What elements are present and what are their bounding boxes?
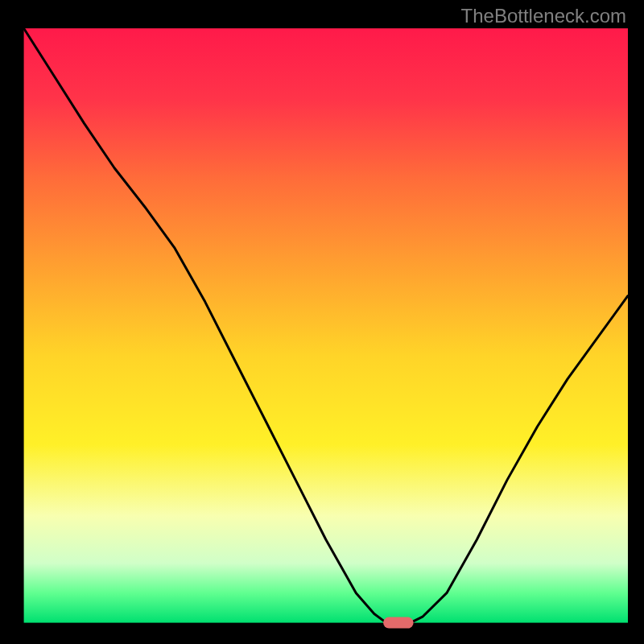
chart-container: TheBottleneck.com bbox=[0, 0, 644, 644]
optimal-marker bbox=[383, 617, 414, 629]
gradient-background bbox=[24, 28, 628, 622]
bottleneck-chart bbox=[0, 0, 644, 644]
watermark-text: TheBottleneck.com bbox=[461, 5, 626, 27]
